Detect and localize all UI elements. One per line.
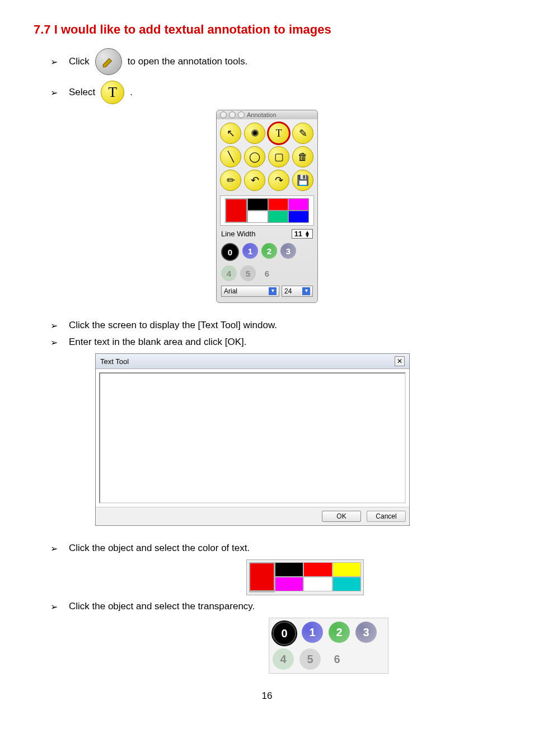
bullet-icon: ➢ bbox=[50, 320, 58, 331]
chevron-down-icon: ▾ bbox=[302, 287, 310, 295]
undo-tool[interactable]: ↶ bbox=[244, 170, 265, 191]
transparency-4[interactable]: 4 bbox=[221, 265, 237, 281]
text-tool[interactable]: T bbox=[268, 123, 289, 144]
color-swatch[interactable] bbox=[332, 577, 361, 591]
ok-button[interactable]: OK bbox=[322, 511, 361, 522]
bullet-icon: ➢ bbox=[50, 57, 58, 67]
traffic-light-icon[interactable] bbox=[220, 111, 227, 118]
bullet-icon: ➢ bbox=[50, 601, 58, 612]
step-6: ➢ Click the object and select the transp… bbox=[50, 601, 500, 612]
font-size: 24 bbox=[284, 287, 292, 295]
transparency-5[interactable]: 5 bbox=[299, 648, 321, 670]
bullet-icon: ➢ bbox=[50, 87, 58, 98]
stepper-icon[interactable]: ▲▼ bbox=[305, 231, 310, 237]
color-swatch[interactable] bbox=[275, 577, 303, 591]
line-width-stepper[interactable]: 11 ▲▼ bbox=[292, 229, 313, 239]
panel-titlebar: Annotation bbox=[217, 110, 317, 119]
current-color[interactable] bbox=[249, 562, 275, 591]
step-4: ➢ Enter text in the blank area and click… bbox=[50, 337, 500, 348]
annotation-panel: Annotation ↖ ✺ T ✎ ╲ ◯ ▢ 🗑 ✏ ↶ ↷ 💾 Line … bbox=[216, 110, 318, 303]
color-swatch[interactable] bbox=[247, 211, 268, 223]
delete-tool[interactable]: 🗑 bbox=[292, 146, 313, 167]
step-text: Click bbox=[69, 56, 90, 67]
transparency-6[interactable]: 6 bbox=[326, 648, 348, 670]
step-2: ➢ Select T . bbox=[50, 81, 500, 104]
step-text: . bbox=[130, 87, 133, 98]
color-swatch[interactable] bbox=[303, 577, 332, 591]
color-swatch[interactable] bbox=[268, 211, 289, 223]
step-text: Click the object and select the transpar… bbox=[69, 601, 255, 612]
step-5: ➢ Click the object and select the color … bbox=[50, 543, 500, 554]
current-color[interactable] bbox=[225, 198, 247, 223]
color-swatch[interactable] bbox=[303, 562, 332, 577]
transparency-6[interactable]: 6 bbox=[259, 265, 275, 281]
circle-tool[interactable]: ◯ bbox=[244, 146, 265, 167]
freehand-tool[interactable]: ✏ bbox=[220, 170, 241, 191]
transparency-5[interactable]: 5 bbox=[240, 265, 256, 281]
spotlight-tool[interactable]: ✺ bbox=[244, 123, 265, 144]
color-picker-strip bbox=[246, 559, 364, 595]
transparency-1[interactable]: 1 bbox=[302, 622, 323, 643]
line-width-label: Line Width bbox=[221, 230, 255, 238]
font-name: Arial bbox=[224, 287, 237, 295]
annotation-tools-icon bbox=[95, 48, 122, 75]
highlighter-tool[interactable]: ✎ bbox=[292, 123, 313, 144]
bullet-icon: ➢ bbox=[50, 543, 58, 554]
transparency-3[interactable]: 3 bbox=[355, 622, 377, 643]
redo-tool[interactable]: ↷ bbox=[268, 170, 289, 191]
step-text: Click the object and select the color of… bbox=[69, 543, 250, 554]
color-swatch[interactable] bbox=[249, 591, 275, 592]
traffic-light-icon[interactable] bbox=[229, 111, 236, 118]
transparency-picker-strip: 0 1 2 3 4 5 6 bbox=[269, 618, 388, 674]
section-heading: 7.7 I would like to add textual annotati… bbox=[34, 22, 500, 37]
color-swatch[interactable] bbox=[332, 562, 361, 577]
cancel-button[interactable]: Cancel bbox=[367, 511, 406, 522]
step-text: to open the annotation tools. bbox=[128, 56, 248, 67]
transparency-0[interactable]: 0 bbox=[221, 243, 239, 261]
text-input-area[interactable] bbox=[99, 372, 406, 503]
text-tool-dialog: Text Tool ✕ OK Cancel bbox=[95, 353, 410, 526]
step-3: ➢ Click the screen to display the [Text … bbox=[50, 320, 500, 331]
text-tool-icon: T bbox=[101, 81, 124, 104]
step-text: Click the screen to display the [Text To… bbox=[69, 320, 277, 331]
color-swatch[interactable] bbox=[268, 198, 289, 211]
pointer-tool[interactable]: ↖ bbox=[220, 123, 241, 144]
save-tool[interactable]: 💾 bbox=[292, 170, 313, 191]
transparency-0[interactable]: 0 bbox=[273, 622, 296, 645]
line-tool[interactable]: ╲ bbox=[220, 146, 241, 167]
chevron-down-icon: ▾ bbox=[269, 287, 277, 295]
transparency-2[interactable]: 2 bbox=[261, 243, 277, 259]
line-width-value: 11 bbox=[294, 230, 302, 238]
step-1: ➢ Click to open the annotation tools. bbox=[50, 48, 500, 75]
rectangle-tool[interactable]: ▢ bbox=[268, 146, 289, 167]
traffic-light-icon[interactable] bbox=[238, 111, 245, 118]
color-swatch[interactable] bbox=[288, 198, 309, 211]
dialog-title: Text Tool bbox=[100, 357, 129, 366]
transparency-4[interactable]: 4 bbox=[273, 648, 294, 670]
font-select[interactable]: Arial ▾ bbox=[221, 286, 279, 297]
bullet-icon: ➢ bbox=[50, 337, 58, 348]
color-swatch[interactable] bbox=[275, 562, 303, 577]
transparency-1[interactable]: 1 bbox=[242, 243, 258, 259]
color-swatch[interactable] bbox=[288, 211, 309, 223]
page-number: 16 bbox=[34, 690, 500, 702]
step-text: Select bbox=[69, 87, 95, 98]
close-icon[interactable]: ✕ bbox=[395, 356, 405, 366]
step-text: Enter text in the blank area and click [… bbox=[69, 337, 247, 348]
transparency-2[interactable]: 2 bbox=[329, 622, 350, 643]
font-size-select[interactable]: 24 ▾ bbox=[282, 286, 313, 297]
color-swatches bbox=[220, 195, 314, 226]
transparency-3[interactable]: 3 bbox=[280, 243, 296, 259]
color-swatch[interactable] bbox=[247, 198, 268, 211]
panel-title: Annotation bbox=[247, 111, 277, 118]
